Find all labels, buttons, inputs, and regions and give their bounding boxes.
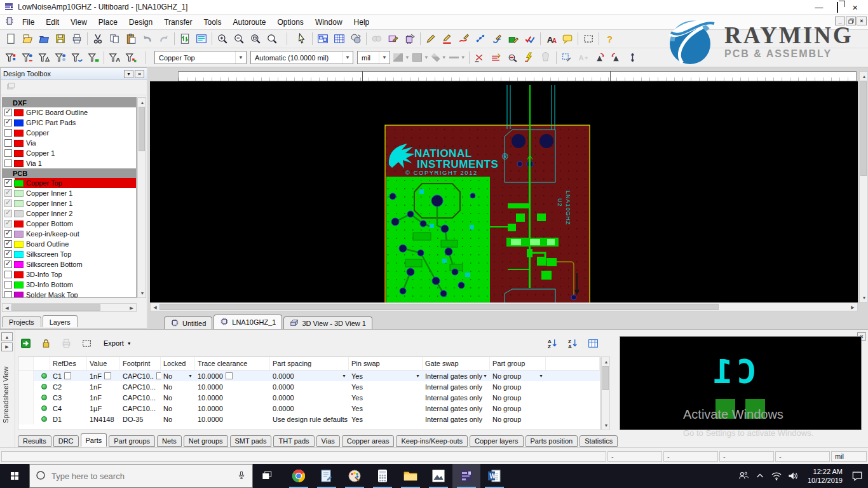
layer-color-swatch[interactable] <box>14 150 24 157</box>
menu-options[interactable]: Options <box>272 16 309 29</box>
layer-color-swatch[interactable] <box>14 231 24 238</box>
layer-color-swatch[interactable] <box>14 271 24 278</box>
active-layer-combo[interactable]: Copper Top▼ <box>154 51 247 64</box>
layer-item[interactable]: Keep-in/keep-out <box>3 229 136 239</box>
table-cell[interactable]: No group <box>490 381 546 392</box>
row-selector[interactable] <box>18 414 34 424</box>
layer-visibility-checkbox[interactable] <box>4 159 12 167</box>
layer-visibility-checkbox[interactable] <box>4 149 12 157</box>
layer-visibility-checkbox[interactable] <box>4 109 12 116</box>
cell-edit-button[interactable] <box>226 372 233 379</box>
layer-visibility-checkbox[interactable] <box>4 179 12 187</box>
select-cursor-icon[interactable] <box>294 31 310 46</box>
table-cell[interactable]: No group <box>490 392 546 403</box>
layer-visibility-checkbox[interactable] <box>4 119 12 126</box>
menu-window[interactable]: Window <box>309 16 348 29</box>
layer-color-swatch[interactable] <box>14 130 24 137</box>
table-cell[interactable]: Yes▼ <box>349 370 423 381</box>
table-cell[interactable]: No group <box>490 414 546 424</box>
spreadsheet-tab-smt-pads[interactable]: SMT pads <box>230 435 272 447</box>
zoom-full-icon[interactable] <box>264 31 280 46</box>
mdi-minimize-button[interactable]: _ <box>835 17 845 25</box>
pen-color-picker[interactable]: ▼ <box>393 51 410 65</box>
tray-expand-icon[interactable] <box>752 464 768 488</box>
column-header[interactable]: Value <box>87 357 120 370</box>
layer-item[interactable]: Via 1 <box>3 158 136 168</box>
layer-visibility-checkbox[interactable] <box>4 220 12 227</box>
design-toolbox-header[interactable]: Design Toolbox ▾ × <box>1 68 147 80</box>
table-cell[interactable]: 1nF <box>87 370 120 381</box>
table-cell[interactable]: CAPC10... <box>120 392 161 403</box>
comment-icon[interactable] <box>559 31 576 46</box>
multisim-icon[interactable] <box>313 464 341 488</box>
layer-visibility-checkbox[interactable] <box>4 250 12 258</box>
layer-visibility-checkbox[interactable] <box>4 189 12 197</box>
layer-visibility-checkbox[interactable] <box>4 230 12 238</box>
go-to-selection-icon[interactable] <box>18 336 33 351</box>
net-rules-icon[interactable] <box>488 50 505 65</box>
table-cell[interactable]: Yes <box>349 392 423 403</box>
paint-icon[interactable] <box>341 464 369 488</box>
select-area-icon[interactable] <box>580 31 597 46</box>
follow-me-trace-icon[interactable] <box>456 31 472 46</box>
chrome-icon[interactable] <box>285 464 313 488</box>
table-cell[interactable]: 10.0000 <box>195 381 270 392</box>
menu-file[interactable]: File <box>17 16 40 29</box>
toolbox-vertical-scrollbar[interactable]: ▲▼ <box>137 97 146 298</box>
table-cell[interactable]: C3 <box>50 392 87 403</box>
layer-item[interactable]: Silkscreen Bottom <box>3 259 136 269</box>
table-cell[interactable]: D1 <box>50 414 87 424</box>
table-cell[interactable]: CAPC10.. <box>120 370 161 381</box>
table-cell[interactable]: 0.0000 <box>270 392 349 403</box>
people-icon[interactable] <box>735 464 752 488</box>
menu-place[interactable]: Place <box>93 16 123 29</box>
new-document-icon[interactable] <box>3 31 19 46</box>
panel-pin-button[interactable]: ▾ <box>124 70 133 78</box>
cell-dropdown-arrow[interactable]: ▼ <box>539 374 546 378</box>
table-cell[interactable]: No <box>161 381 195 392</box>
zoom-out-icon[interactable] <box>231 31 247 46</box>
table-cell[interactable]: 0.0000 <box>270 381 349 392</box>
row-selector[interactable] <box>18 403 34 414</box>
cell-edit-button[interactable] <box>64 372 71 379</box>
inplace-edit-icon[interactable] <box>559 50 575 65</box>
layer-item[interactable]: 3D-Info Bottom <box>3 280 136 290</box>
table-cell[interactable]: No group <box>490 403 546 414</box>
row-selector[interactable] <box>18 370 34 381</box>
calculator-icon[interactable] <box>369 464 397 488</box>
toolbox-horizontal-scrollbar[interactable]: ◀▶ <box>2 303 137 312</box>
table-cell[interactable]: Yes <box>349 414 423 424</box>
paste-icon[interactable] <box>123 31 139 46</box>
row-selector[interactable] <box>18 381 34 392</box>
filter-text-icon[interactable]: A <box>106 50 123 65</box>
table-row[interactable]: C41µFCAPC10...No10.00000.0000YesInternal… <box>18 403 600 414</box>
table-cell[interactable]: 1nF <box>87 381 120 392</box>
menu-design[interactable]: Design <box>123 16 158 29</box>
filter-traces-icon[interactable] <box>69 50 85 65</box>
layer-item[interactable]: Copper <box>3 128 136 138</box>
layer-item[interactable]: GPIC Board Outline <box>3 107 136 118</box>
taskbar-search[interactable] <box>29 464 253 488</box>
photos-icon[interactable] <box>424 464 452 488</box>
rotate-cw-icon[interactable] <box>592 50 608 65</box>
layer-item[interactable]: Copper Bottom <box>3 219 136 229</box>
spreadsheet-tab-copper-areas[interactable]: Copper areas <box>342 435 395 447</box>
print-icon[interactable] <box>69 31 85 46</box>
layer-visibility-checkbox[interactable] <box>4 291 12 298</box>
layer-visibility-checkbox[interactable] <box>4 240 12 248</box>
layer-item[interactable]: Solder Mask Top <box>3 290 136 298</box>
layer-item[interactable]: Silkscreen Top <box>3 249 136 259</box>
filter-pads-icon[interactable] <box>3 50 19 65</box>
column-chooser-icon[interactable] <box>585 336 601 351</box>
table-cell[interactable]: 1nF <box>87 392 120 403</box>
cell-edit-button[interactable] <box>104 372 111 379</box>
column-header[interactable]: Part spacing <box>270 357 349 370</box>
toolbox-tab-projects[interactable]: Projects <box>2 316 41 327</box>
action-center-icon[interactable] <box>849 464 865 488</box>
filter-copper-areas-icon[interactable] <box>85 50 102 65</box>
toggle-panels-icon[interactable] <box>315 31 331 46</box>
place-trace-icon[interactable] <box>439 31 456 46</box>
table-cell[interactable]: 0.0000▼ <box>270 370 349 381</box>
select-region-icon[interactable] <box>79 336 94 351</box>
layer-visibility-checkbox[interactable] <box>4 200 12 207</box>
